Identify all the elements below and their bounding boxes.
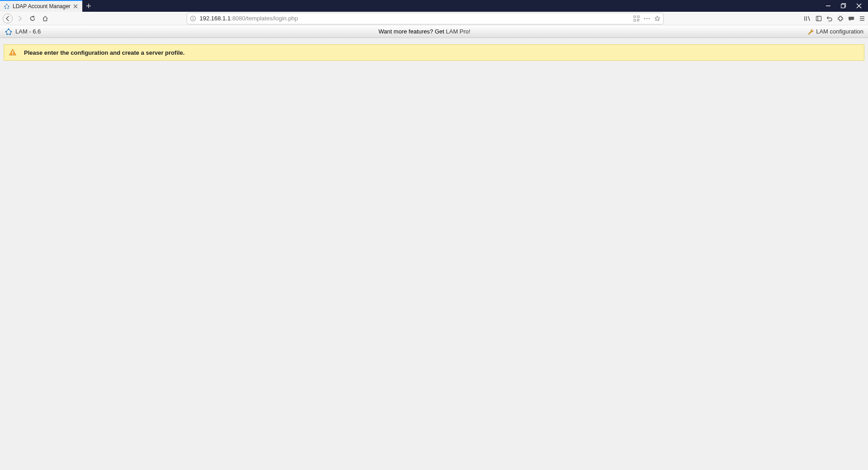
svg-rect-20 — [193, 18, 193, 20]
chat-icon[interactable] — [848, 15, 854, 22]
tab-favicon-icon — [4, 3, 10, 9]
url-path: :8080/templates/login.php — [231, 15, 298, 22]
promo-link[interactable]: LAM Pro! — [446, 28, 470, 35]
promo-area: Want more features? Get LAM Pro! — [41, 28, 808, 35]
qr-icon[interactable] — [633, 15, 640, 22]
config-link-area[interactable]: LAM configuration — [808, 28, 863, 35]
svg-rect-24 — [637, 19, 638, 20]
svg-rect-49 — [12, 51, 13, 53]
svg-point-29 — [646, 18, 647, 19]
tab-close-icon[interactable] — [73, 4, 78, 9]
app-topbar: LAM - 6.6 Want more features? Get LAM Pr… — [0, 25, 868, 38]
tab-title: LDAP Account Manager — [13, 3, 71, 9]
svg-point-50 — [12, 54, 13, 55]
nav-forward-button — [14, 13, 25, 24]
svg-rect-15 — [841, 5, 845, 8]
svg-rect-25 — [638, 19, 639, 20]
undo-icon[interactable] — [826, 15, 833, 22]
address-bar-wrap: 192.168.1.1:8080/templates/login.php — [52, 13, 797, 24]
nav-reload-button[interactable] — [27, 13, 38, 24]
address-bar[interactable]: 192.168.1.1:8080/templates/login.php — [187, 13, 664, 24]
warning-message: Please enter the configuration and creat… — [24, 49, 184, 56]
svg-rect-27 — [638, 20, 639, 21]
hamburger-menu-icon[interactable] — [859, 15, 865, 22]
toolbar-right — [799, 15, 865, 22]
svg-rect-23 — [634, 19, 636, 21]
window-restore-icon[interactable] — [841, 3, 846, 9]
titlebar-spacer — [95, 0, 819, 12]
extension-icon[interactable] — [837, 15, 844, 22]
url-text: 192.168.1.1:8080/templates/login.php — [200, 15, 298, 22]
browser-toolbar: 192.168.1.1:8080/templates/login.php — [0, 12, 868, 25]
browser-tab[interactable]: LDAP Account Manager — [0, 0, 82, 12]
window-close-icon[interactable] — [856, 3, 862, 9]
lam-logo-icon — [5, 28, 13, 36]
app-product-label: LAM - 6.6 — [15, 28, 41, 35]
new-tab-button[interactable] — [82, 0, 95, 12]
promo-text: Want more features? Get — [378, 28, 446, 35]
svg-point-19 — [193, 17, 193, 18]
nav-home-button[interactable] — [40, 13, 51, 24]
url-host: 192.168.1.1 — [200, 15, 231, 22]
nav-back-button[interactable] — [3, 14, 13, 24]
browser-titlebar: LDAP Account Manager — [0, 0, 868, 12]
svg-rect-34 — [816, 16, 821, 21]
library-icon[interactable] — [804, 15, 811, 22]
svg-rect-21 — [634, 16, 636, 18]
app-brand[interactable]: LAM - 6.6 — [5, 28, 41, 36]
svg-line-6 — [7, 5, 9, 6]
warning-icon — [9, 48, 17, 57]
warning-alert: Please enter the configuration and creat… — [4, 44, 864, 61]
sidebar-icon[interactable] — [816, 15, 822, 22]
svg-rect-26 — [637, 20, 638, 21]
svg-point-30 — [648, 18, 650, 19]
svg-line-5 — [5, 5, 7, 6]
config-link[interactable]: LAM configuration — [816, 28, 863, 35]
wrench-icon — [808, 28, 814, 35]
svg-line-44 — [6, 29, 9, 32]
window-minimize-icon[interactable] — [826, 3, 831, 9]
page-content: LAM - 6.6 Want more features? Get LAM Pr… — [0, 25, 868, 470]
site-info-icon[interactable] — [190, 15, 196, 22]
svg-point-28 — [644, 18, 645, 19]
svg-line-33 — [808, 16, 810, 21]
window-controls — [819, 0, 868, 12]
svg-line-45 — [9, 29, 11, 32]
svg-rect-22 — [637, 16, 639, 18]
page-actions-icon[interactable] — [643, 15, 651, 22]
bookmark-star-icon[interactable] — [654, 15, 660, 22]
